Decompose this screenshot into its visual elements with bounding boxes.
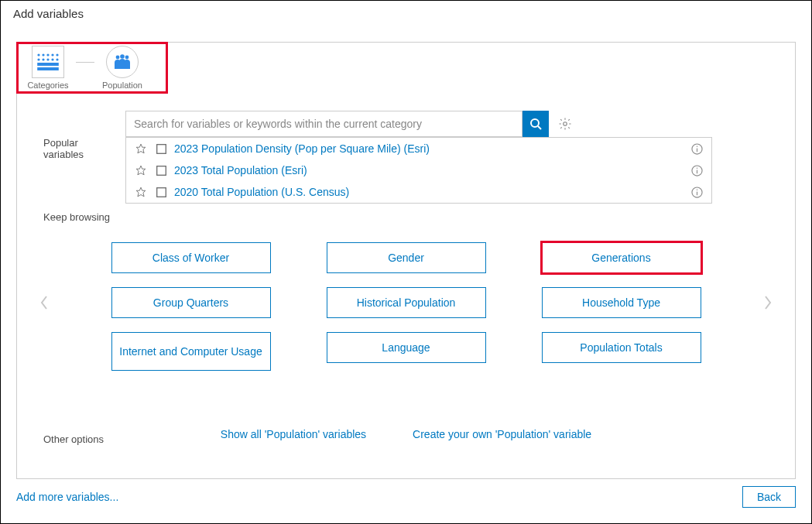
- breadcrumb-highlight: Categories Popula: [16, 42, 168, 94]
- chevron-left-icon: [39, 295, 49, 310]
- dialog-title: Add variables: [1, 1, 811, 26]
- tile-language[interactable]: Language: [327, 332, 486, 363]
- favorite-button[interactable]: [134, 163, 148, 177]
- svg-marker-18: [136, 144, 146, 153]
- dialog-window: Add variables Cate: [0, 0, 812, 524]
- tile-gender[interactable]: Gender: [327, 242, 486, 273]
- back-button[interactable]: Back: [742, 486, 796, 508]
- popular-row: 2023 Population Density (Pop per Square …: [126, 138, 711, 159]
- dialog-footer: Add more variables... Back: [16, 486, 796, 508]
- categories-icon: [32, 46, 64, 78]
- svg-point-3: [51, 53, 53, 56]
- carousel-next-button[interactable]: [756, 287, 779, 318]
- info-button[interactable]: [690, 163, 704, 177]
- gear-icon: [558, 117, 572, 131]
- svg-point-13: [120, 54, 125, 59]
- variable-link[interactable]: 2020 Total Population (U.S. Census): [174, 186, 690, 198]
- svg-line-16: [538, 126, 541, 129]
- search-icon: [529, 118, 542, 130]
- breadcrumb-population[interactable]: Population: [94, 46, 150, 90]
- info-icon: [691, 165, 703, 176]
- add-more-variables-link[interactable]: Add more variables...: [16, 491, 118, 503]
- svg-rect-24: [156, 166, 166, 175]
- svg-rect-19: [156, 144, 166, 153]
- subcategory-carousel: Class of Worker Gender Generations Group…: [33, 242, 779, 363]
- breadcrumb-connector: [76, 62, 94, 63]
- svg-rect-11: [37, 67, 59, 70]
- create-variable-link[interactable]: Create your own 'Population' variable: [413, 428, 591, 440]
- select-checkbox[interactable]: [154, 163, 168, 177]
- svg-point-6: [42, 58, 44, 60]
- svg-point-5: [37, 58, 39, 60]
- tile-generations[interactable]: Generations: [542, 242, 701, 273]
- svg-point-9: [56, 58, 58, 60]
- popular-variables-label: Popular variables: [43, 137, 113, 160]
- breadcrumb-categories-label: Categories: [27, 80, 68, 90]
- variable-link[interactable]: 2023 Population Density (Pop per Square …: [174, 142, 690, 155]
- breadcrumb: Categories Popula: [19, 44, 166, 91]
- tile-household-type[interactable]: Household Type: [542, 287, 701, 318]
- settings-button[interactable]: [552, 111, 578, 137]
- keep-browsing-label: Keep browsing: [43, 211, 113, 223]
- select-checkbox[interactable]: [154, 185, 168, 199]
- popular-variables-list: 2023 Population Density (Pop per Square …: [125, 137, 712, 204]
- svg-point-7: [46, 58, 49, 60]
- info-button[interactable]: [690, 142, 704, 156]
- variable-link[interactable]: 2023 Total Population (Esri): [174, 164, 690, 176]
- svg-point-1: [42, 53, 44, 56]
- svg-point-17: [564, 122, 567, 126]
- checkbox-icon: [156, 166, 166, 176]
- chevron-right-icon: [763, 295, 773, 310]
- svg-point-2: [46, 53, 49, 56]
- search-row: [125, 111, 578, 137]
- svg-marker-28: [136, 187, 146, 197]
- carousel-prev-button[interactable]: [33, 287, 56, 318]
- info-button[interactable]: [690, 185, 704, 199]
- star-icon: [135, 165, 146, 176]
- subcategory-grid: Class of Worker Gender Generations Group…: [56, 242, 756, 363]
- svg-point-32: [696, 189, 697, 190]
- svg-point-15: [531, 119, 539, 127]
- svg-point-4: [56, 53, 58, 56]
- svg-rect-29: [156, 187, 166, 197]
- population-icon: [106, 46, 139, 78]
- popular-row: 2020 Total Population (U.S. Census): [126, 181, 711, 203]
- svg-point-22: [696, 146, 697, 146]
- content-panel: Categories Popula: [16, 42, 796, 479]
- popular-row: 2023 Total Population (Esri): [126, 159, 711, 181]
- breadcrumb-population-label: Population: [102, 80, 142, 90]
- svg-point-0: [37, 53, 39, 56]
- info-icon: [691, 187, 703, 198]
- search-input[interactable]: [125, 111, 522, 137]
- favorite-button[interactable]: [134, 142, 148, 156]
- svg-point-14: [125, 56, 129, 60]
- search-button[interactable]: [522, 111, 549, 137]
- tile-population-totals[interactable]: Population Totals: [542, 332, 701, 363]
- svg-rect-10: [37, 63, 59, 66]
- svg-point-8: [51, 58, 53, 60]
- favorite-button[interactable]: [134, 185, 148, 199]
- checkbox-icon: [156, 144, 166, 154]
- select-checkbox[interactable]: [154, 142, 168, 156]
- svg-marker-23: [136, 166, 146, 175]
- tile-internet-computer-usage[interactable]: Internet and Computer Usage: [111, 332, 271, 371]
- tile-historical-population[interactable]: Historical Population: [327, 287, 486, 318]
- info-icon: [691, 143, 703, 155]
- svg-point-27: [696, 167, 697, 168]
- show-all-link[interactable]: Show all 'Population' variables: [221, 428, 366, 440]
- other-options-row: Show all 'Population' variables Create y…: [17, 428, 795, 440]
- checkbox-icon: [156, 187, 166, 197]
- tile-class-of-worker[interactable]: Class of Worker: [111, 242, 271, 273]
- star-icon: [135, 143, 146, 154]
- breadcrumb-categories[interactable]: Categories: [20, 46, 76, 90]
- star-icon: [135, 187, 146, 197]
- tile-group-quarters[interactable]: Group Quarters: [111, 287, 271, 318]
- svg-point-12: [116, 56, 120, 60]
